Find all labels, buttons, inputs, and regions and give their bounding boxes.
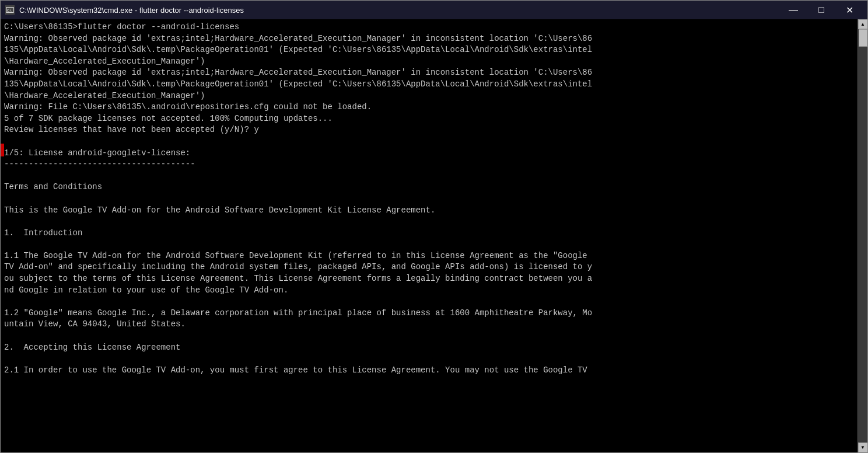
sidebar-indicator xyxy=(1,144,4,156)
close-button[interactable]: ✕ xyxy=(836,1,863,19)
window-title: C:\WINDOWS\system32\cmd.exe - flutter do… xyxy=(19,6,244,15)
scrollbar-thumb[interactable] xyxy=(859,29,867,47)
scrollbar[interactable]: ▲ ▼ xyxy=(858,19,867,452)
terminal-body: C:\Users\86135>flutter doctor --android-… xyxy=(1,19,867,452)
title-bar: C:\ C:\WINDOWS\system32\cmd.exe - flutte… xyxy=(1,1,867,19)
scrollbar-up-button[interactable]: ▲ xyxy=(858,19,868,29)
title-bar-controls: — □ ✕ xyxy=(780,1,863,19)
title-bar-left: C:\ C:\WINDOWS\system32\cmd.exe - flutte… xyxy=(5,5,244,15)
svg-text:C:\: C:\ xyxy=(7,8,12,12)
maximize-button[interactable]: □ xyxy=(808,1,835,19)
minimize-button[interactable]: — xyxy=(780,1,807,19)
scrollbar-track[interactable] xyxy=(858,29,868,442)
scrollbar-down-button[interactable]: ▼ xyxy=(858,442,868,452)
terminal-content[interactable]: C:\Users\86135>flutter doctor --android-… xyxy=(1,19,858,452)
cmd-icon: C:\ xyxy=(5,5,15,15)
cmd-window: C:\ C:\WINDOWS\system32\cmd.exe - flutte… xyxy=(0,0,868,453)
